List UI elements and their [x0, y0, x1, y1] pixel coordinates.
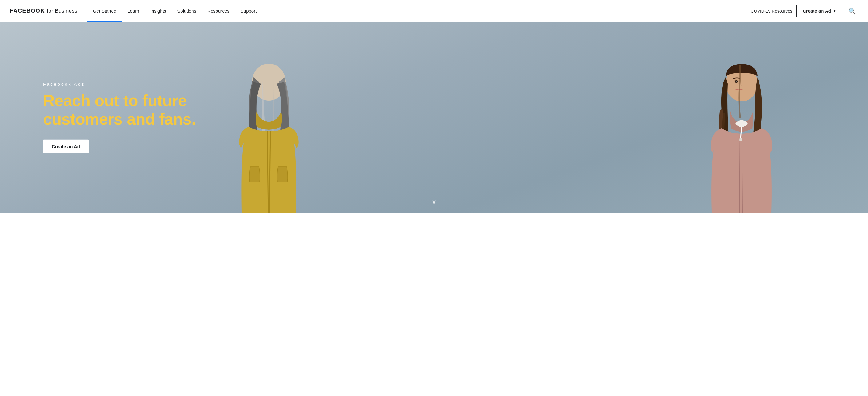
site-header: FACEBOOK for Business Get Started Learn …: [0, 0, 868, 22]
nav-item-support[interactable]: Support: [235, 0, 262, 22]
svg-point-4: [736, 80, 737, 82]
nav-item-insights[interactable]: Insights: [145, 0, 172, 22]
nav-item-solutions[interactable]: Solutions: [172, 0, 202, 22]
chevron-down-scroll-icon: ∨: [432, 197, 436, 205]
header-right: COVID-19 Resources Create an Ad ▾ 🔍: [751, 5, 858, 17]
hero-section: Facebook Ads Reach out to future custome…: [0, 22, 868, 213]
brand-for-business-text: for Business: [47, 8, 78, 14]
main-nav: Get Started Learn Insights Solutions Res…: [87, 0, 262, 22]
scroll-indicator[interactable]: ∨: [432, 197, 436, 205]
create-ad-button[interactable]: Create an Ad ▾: [796, 5, 842, 17]
search-icon: 🔍: [848, 7, 856, 15]
hero-content: Facebook Ads Reach out to future custome…: [43, 82, 196, 154]
chevron-down-icon: ▾: [834, 9, 835, 13]
hero-headline: Reach out to future customers and fans.: [43, 92, 196, 129]
brand-facebook-text: FACEBOOK: [10, 8, 45, 14]
nav-item-learn[interactable]: Learn: [122, 0, 145, 22]
woman-left-figure: [226, 53, 312, 213]
search-button[interactable]: 🔍: [846, 5, 858, 17]
nav-item-resources[interactable]: Resources: [202, 0, 235, 22]
woman-right-figure: [691, 56, 799, 213]
svg-point-5: [739, 138, 742, 141]
brand-logo[interactable]: FACEBOOK for Business: [10, 8, 78, 14]
hero-create-ad-button[interactable]: Create an Ad: [43, 139, 89, 153]
header-left: FACEBOOK for Business Get Started Learn …: [10, 0, 262, 22]
nav-item-get-started[interactable]: Get Started: [87, 0, 122, 22]
covid-resources-link[interactable]: COVID-19 Resources: [751, 9, 792, 13]
hero-eyebrow: Facebook Ads: [43, 82, 196, 87]
